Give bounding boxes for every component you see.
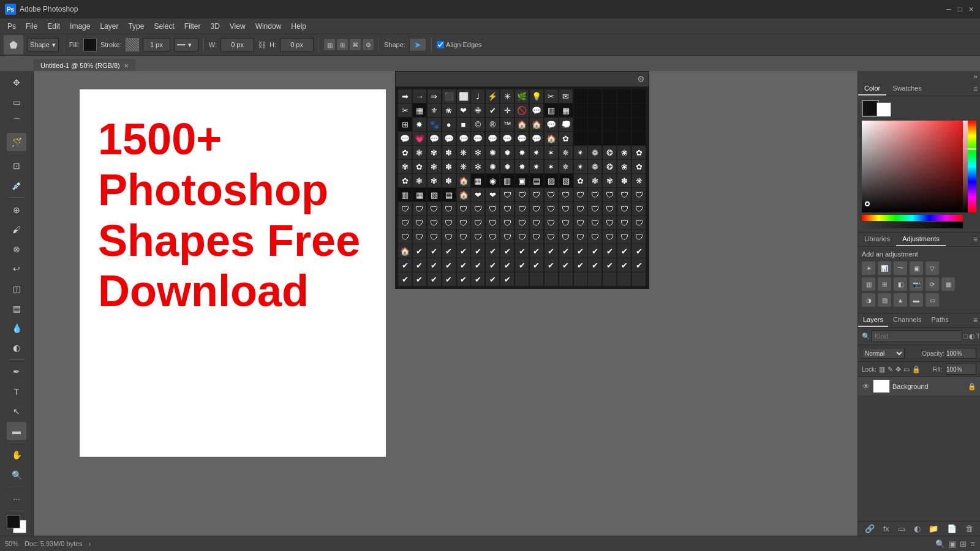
shape-cell[interactable] [603, 272, 616, 286]
stroke-swatch[interactable] [126, 38, 139, 51]
shape-cell[interactable]: 💡 [530, 89, 543, 103]
shape-cell[interactable]: ✙ [471, 103, 484, 117]
shape-cell[interactable]: 🛡 [632, 202, 646, 216]
eyedropper-tool[interactable]: 💉 [7, 176, 26, 195]
tab-close-button[interactable]: ✕ [124, 62, 129, 69]
hue-bar[interactable] [862, 215, 963, 221]
shape-cell[interactable]: 🛡 [500, 230, 514, 244]
invert-adj-icon[interactable]: ◑ [862, 293, 875, 307]
shape-preview[interactable]: ➤ [409, 38, 426, 51]
blur-tool[interactable]: 💧 [7, 319, 26, 337]
tab-channels[interactable]: Channels [888, 313, 926, 327]
shape-cell[interactable]: ✔ [457, 258, 470, 272]
menu-filter[interactable]: Filter [179, 21, 206, 32]
dodge-tool[interactable]: ◐ [7, 339, 26, 357]
shape-cell[interactable]: 🛡 [574, 230, 587, 244]
shape-cell[interactable]: ❁ [588, 146, 601, 159]
adj-options-icon[interactable]: ≡ [971, 233, 980, 246]
brightness-strip[interactable] [963, 121, 968, 212]
shape-cell[interactable]: 🛡 [500, 216, 514, 230]
shape-cell[interactable]: 🏠 [398, 244, 412, 258]
shape-cell[interactable]: ✔ [486, 103, 499, 117]
shape-cell[interactable]: ⇒ [428, 89, 441, 103]
shape-cell[interactable]: ✔ [588, 244, 601, 258]
shape-cell[interactable]: 🛡 [617, 188, 631, 201]
shape-cell[interactable]: ▦ [413, 188, 426, 201]
threshold-adj-icon[interactable]: ▲ [894, 293, 907, 307]
tab-libraries[interactable]: Libraries [858, 233, 896, 246]
align-left-icon[interactable]: ▥ [324, 39, 335, 50]
shape-cell[interactable]: 🛡 [632, 188, 646, 201]
minimize-button[interactable]: ─ [944, 5, 953, 13]
shape-cell[interactable]: 🛡 [442, 202, 456, 216]
shape-cell[interactable]: 🛡 [413, 230, 426, 244]
shape-cell[interactable]: 🛡 [530, 216, 543, 230]
shape-cell[interactable]: ⚡ [486, 89, 499, 103]
hsl-adj-icon[interactable]: ▥ [862, 277, 875, 291]
shape-cell[interactable]: ▥ [545, 103, 558, 117]
shape-cell[interactable]: ✻ [471, 146, 484, 159]
bw-adj-icon[interactable]: ◧ [894, 277, 907, 291]
shape-cell[interactable]: 🛡 [457, 230, 470, 244]
shape-cell[interactable]: 💬 [500, 132, 514, 145]
shape-cell[interactable]: ● [442, 118, 456, 131]
shape-cell[interactable]: → [413, 89, 426, 103]
shape-cell[interactable]: 🛡 [471, 230, 484, 244]
shape-cell[interactable]: ✔ [413, 258, 426, 272]
shape-cell[interactable]: ✶ [545, 146, 558, 159]
layer-group-button[interactable]: 📁 [929, 524, 938, 533]
shape-cell[interactable]: 💬 [457, 132, 470, 145]
shape-cell[interactable]: 🛡 [559, 188, 573, 201]
lock-move-icon[interactable]: ✥ [895, 365, 901, 373]
vibrance-adj-icon[interactable]: ▽ [925, 261, 939, 275]
shape-cell[interactable]: ▧ [428, 188, 441, 201]
shape-cell[interactable]: 🏠 [457, 174, 470, 187]
shape-cell[interactable]: ❋ [457, 146, 470, 159]
shape-cell[interactable]: ✷ [530, 160, 543, 173]
color-gradient-field[interactable] [862, 121, 976, 212]
shape-cell[interactable]: 💭 [559, 118, 573, 131]
shape-cell[interactable]: ⬜ [457, 89, 470, 103]
shape-cell[interactable]: ✴ [574, 146, 587, 159]
selectivecolor-adj-icon[interactable]: ▭ [925, 293, 939, 307]
shape-picker-gear-icon[interactable]: ⚙ [637, 74, 645, 84]
shape-cell[interactable]: ✷ [530, 146, 543, 159]
shape-cell[interactable]: 🏠 [545, 132, 558, 145]
shape-cell[interactable]: ✔ [545, 258, 558, 272]
shape-cell[interactable]: ▤ [442, 188, 456, 201]
shape-cell[interactable]: ✔ [588, 258, 601, 272]
shape-cell[interactable]: 🛡 [603, 202, 616, 216]
shape-cell[interactable]: ✔ [428, 258, 441, 272]
shape-cell[interactable]: 🛡 [632, 230, 646, 244]
shape-cell[interactable]: ✔ [413, 272, 426, 286]
shape-cell[interactable]: ✔ [486, 244, 499, 258]
shape-cell[interactable]: ✔ [486, 258, 499, 272]
shape-cell[interactable]: ✔ [442, 244, 456, 258]
blend-mode-select[interactable]: Normal [862, 348, 905, 359]
shape-cell[interactable]: ✔ [632, 244, 646, 258]
shape-cell[interactable]: 🛡 [545, 202, 558, 216]
shape-cell[interactable]: ✹ [500, 160, 514, 173]
shape-cell[interactable]: 💬 [442, 132, 456, 145]
shape-cell[interactable]: ❤ [486, 188, 499, 201]
shape-cell[interactable]: ✵ [559, 160, 573, 173]
status-search-icon[interactable]: 🔍 [935, 539, 945, 549]
filter-pixel-icon[interactable]: □ [963, 332, 968, 340]
lock-pixels-icon[interactable]: ▥ [879, 365, 885, 373]
shape-cell[interactable]: ✿ [632, 146, 646, 159]
shape-cell[interactable]: ▤ [530, 174, 543, 187]
colorlookup-adj-icon[interactable]: ▦ [941, 277, 955, 291]
shape-cell[interactable]: ✔ [428, 244, 441, 258]
spot-heal-tool[interactable]: ⊕ [7, 200, 26, 219]
shape-cell[interactable]: ❀ [617, 160, 631, 173]
shape-cell[interactable]: ✔ [471, 244, 484, 258]
menu-type[interactable]: Type [123, 21, 149, 32]
shape-cell[interactable]: 🛡 [559, 216, 573, 230]
shape-cell[interactable]: 💬 [515, 132, 529, 145]
pen-tool[interactable]: ✒ [7, 362, 26, 381]
shape-cell[interactable]: ✺ [486, 146, 499, 159]
shape-cell[interactable]: ✽ [442, 146, 456, 159]
shape-cell[interactable]: 🛡 [500, 188, 514, 201]
shape-cell[interactable]: 🛡 [617, 202, 631, 216]
shape-cell[interactable]: ✿ [559, 132, 573, 145]
